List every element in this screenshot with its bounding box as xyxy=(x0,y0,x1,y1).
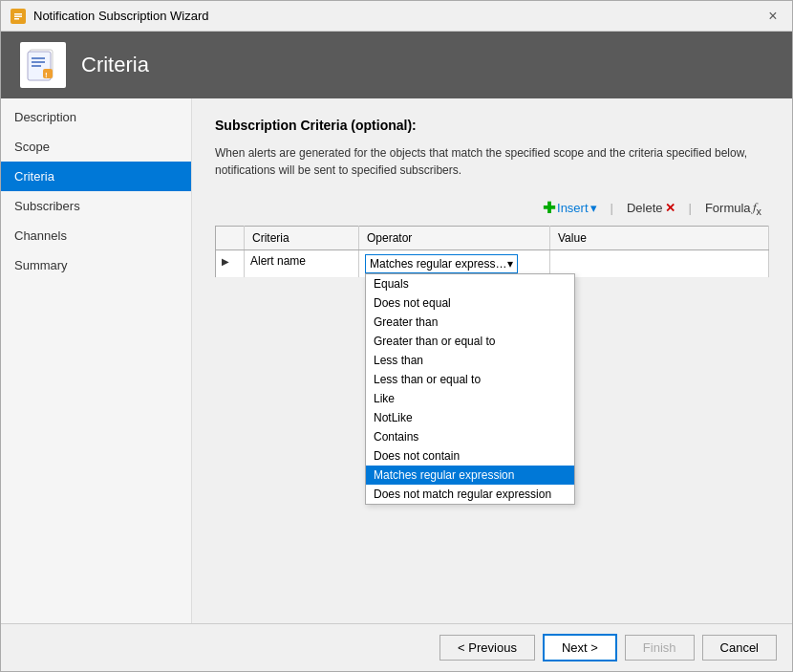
svg-rect-2 xyxy=(14,15,22,17)
formula-button[interactable]: Formula 𝑓x xyxy=(697,197,769,220)
option-less-than-or-equal[interactable]: Less than or equal to xyxy=(366,370,574,389)
operator-dropdown-list: Equals Does not equal Greater than Great… xyxy=(365,273,575,505)
option-greater-than-or-equal[interactable]: Greater than or equal to xyxy=(366,332,574,351)
option-does-not-equal[interactable]: Does not equal xyxy=(366,293,574,313)
finish-button[interactable]: Finish xyxy=(625,635,695,661)
table-row: ▶ Alert name Matches regular expression … xyxy=(216,250,769,278)
svg-rect-7 xyxy=(32,61,45,63)
header-icon: ! xyxy=(20,42,66,88)
insert-dropdown-arrow: ▾ xyxy=(590,201,597,215)
col-header-operator: Operator xyxy=(359,227,550,250)
title-bar: Notification Subscription Wizard × xyxy=(1,1,792,32)
delete-x-icon: ✕ xyxy=(665,201,675,215)
next-button[interactable]: Next > xyxy=(543,634,617,661)
svg-rect-8 xyxy=(32,65,41,67)
formula-label: Formula xyxy=(705,201,751,215)
operator-cell: Matches regular expression ▾ Equals Does… xyxy=(359,250,550,278)
value-cell[interactable] xyxy=(550,250,769,278)
insert-label: Insert xyxy=(557,201,589,215)
cancel-button[interactable]: Cancel xyxy=(702,635,777,661)
svg-rect-6 xyxy=(32,57,45,59)
svg-rect-3 xyxy=(14,18,19,20)
sidebar-item-description[interactable]: Description xyxy=(1,102,191,132)
criteria-cell: Alert name xyxy=(245,250,359,278)
criteria-toolbar: ✚ Insert ▾ | Delete ✕ | Formula 𝑓x xyxy=(215,196,769,220)
main-panel: Subscription Criteria (optional): When a… xyxy=(192,98,792,623)
section-title: Subscription Criteria (optional): xyxy=(215,118,769,133)
sidebar-item-summary[interactable]: Summary xyxy=(1,250,191,280)
sidebar-item-criteria[interactable]: Criteria xyxy=(1,162,191,191)
option-contains[interactable]: Contains xyxy=(366,427,574,446)
col-header-check xyxy=(216,227,245,250)
sidebar-item-subscribers[interactable]: Subscribers xyxy=(1,191,191,221)
option-like[interactable]: Like xyxy=(366,389,574,408)
delete-label: Delete xyxy=(627,201,663,215)
title-bar-left: Notification Subscription Wizard xyxy=(11,9,209,24)
operator-dropdown[interactable]: Matches regular expression ▾ Equals Does… xyxy=(365,254,518,273)
option-matches-regex[interactable]: Matches regular expression xyxy=(366,466,574,485)
app-icon xyxy=(11,9,26,24)
col-header-criteria: Criteria xyxy=(245,227,359,250)
svg-text:!: ! xyxy=(45,71,48,79)
option-greater-than[interactable]: Greater than xyxy=(366,313,574,332)
footer: < Previous Next > Finish Cancel xyxy=(1,623,792,671)
operator-selected-value: Matches regular expression xyxy=(370,257,507,271)
content-area: Description Scope Criteria Subscribers C… xyxy=(1,98,792,623)
previous-button[interactable]: < Previous xyxy=(439,635,535,661)
plus-icon: ✚ xyxy=(543,199,555,217)
description-text: When alerts are generated for the object… xyxy=(215,144,769,179)
sidebar-item-channels[interactable]: Channels xyxy=(1,221,191,250)
option-notlike[interactable]: NotLike xyxy=(366,408,574,427)
close-button[interactable]: × xyxy=(763,7,782,26)
title-bar-text: Notification Subscription Wizard xyxy=(33,9,209,23)
sidebar: Description Scope Criteria Subscribers C… xyxy=(1,98,192,623)
row-arrow: ▶ xyxy=(222,256,229,267)
sidebar-item-scope[interactable]: Scope xyxy=(1,132,191,162)
col-header-value: Value xyxy=(550,227,769,250)
option-equals[interactable]: Equals xyxy=(366,274,574,293)
separator-1: | xyxy=(611,201,613,215)
header-banner: ! Criteria xyxy=(1,32,792,98)
row-arrow-cell: ▶ xyxy=(216,250,245,278)
delete-button[interactable]: Delete ✕ xyxy=(619,198,683,218)
option-does-not-contain[interactable]: Does not contain xyxy=(366,446,574,466)
option-less-than[interactable]: Less than xyxy=(366,351,574,370)
svg-rect-1 xyxy=(14,13,22,15)
separator-2: | xyxy=(689,201,692,215)
option-does-not-match-regex[interactable]: Does not match regular expression xyxy=(366,485,574,504)
criteria-table: Criteria Operator Value ▶ Alert name xyxy=(215,226,769,278)
formula-icon: 𝑓x xyxy=(753,200,761,217)
insert-button[interactable]: ✚ Insert ▾ xyxy=(535,196,605,220)
main-window: Notification Subscription Wizard × ! Cri… xyxy=(0,0,793,672)
header-title: Criteria xyxy=(81,53,149,77)
operator-dropdown-arrow: ▾ xyxy=(507,257,513,271)
